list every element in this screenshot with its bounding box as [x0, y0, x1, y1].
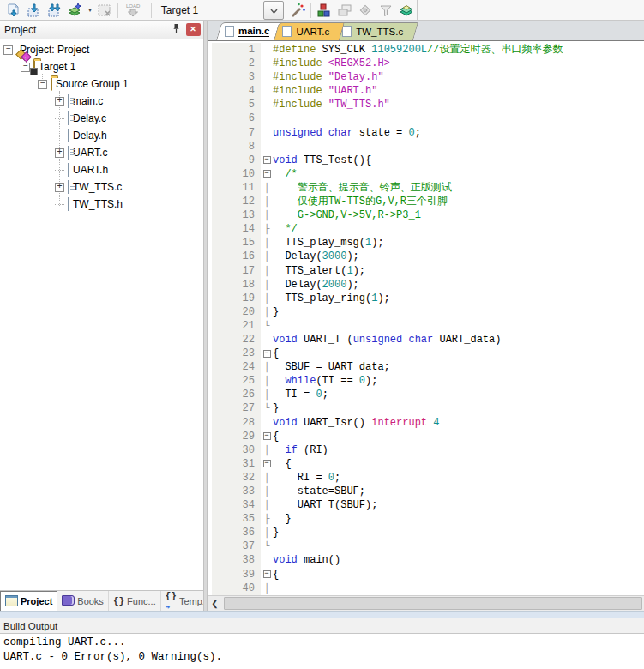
- line-number: 8: [212, 140, 261, 154]
- expand-icon[interactable]: +: [55, 97, 64, 106]
- document-icon: [225, 26, 234, 37]
- collapse-icon[interactable]: −: [21, 63, 30, 72]
- line-number: 12: [212, 195, 261, 208]
- scroll-left-button[interactable]: ❮: [208, 596, 222, 611]
- filter-button: [376, 1, 396, 20]
- tree-item-delay-h[interactable]: Delay.h: [0, 127, 203, 144]
- line-number: 10: [212, 167, 261, 181]
- line-number: 17: [212, 264, 261, 278]
- code-line-8: 8: [208, 140, 644, 154]
- code-text: */: [273, 222, 298, 236]
- document-icon: [282, 26, 292, 37]
- fold-collapse-icon[interactable]: −: [261, 154, 273, 167]
- fold-collapse-icon[interactable]: −: [261, 457, 273, 471]
- close-button[interactable]: ✕: [185, 23, 201, 37]
- expand-icon[interactable]: +: [55, 183, 64, 192]
- target-dropdown-button[interactable]: [263, 1, 284, 20]
- code-line-13: 13│ G->GND,V->5V,R->P3_1: [208, 208, 644, 222]
- code-editor[interactable]: 1#define SYS_CLK 11059200L//设置定时器、串口频率参数…: [208, 41, 644, 595]
- expand-icon[interactable]: +: [55, 148, 64, 158]
- code-line-40: 40│: [208, 582, 644, 595]
- code-text: {: [273, 568, 279, 582]
- code-line-22: 22void UART_T (unsigned char UART_data): [208, 333, 644, 347]
- fold-guide: [261, 553, 273, 567]
- horizontal-splitter[interactable]: [0, 611, 644, 618]
- options-for-target-button[interactable]: [287, 1, 308, 20]
- tree-item-source-group-1[interactable]: −Source Group 1: [0, 75, 203, 93]
- line-number: 1: [212, 43, 261, 57]
- fold-guide: │: [261, 498, 273, 512]
- line-number: 18: [212, 278, 261, 292]
- tree-item-label: Target 1: [39, 61, 75, 73]
- code-text: UART_T(SBUF);: [273, 498, 377, 512]
- tree-item-delay-c[interactable]: Delay.c: [0, 110, 203, 127]
- fold-guide: [261, 416, 273, 430]
- fold-collapse-icon[interactable]: −: [261, 568, 273, 582]
- pin-icon: [172, 23, 181, 36]
- editor-tab-main-c[interactable]: main.c: [216, 22, 280, 40]
- fold-guide: └: [261, 319, 273, 333]
- translate-button[interactable]: [3, 1, 24, 20]
- target-combobox[interactable]: Target 1: [154, 2, 264, 19]
- tree-item-tw-tts-h[interactable]: TW_TTS.h: [0, 196, 203, 213]
- line-number: 24: [212, 360, 261, 374]
- code-line-25: 25│ while(TI == 0);: [208, 374, 644, 388]
- code-line-17: 17│ TTS_alert(1);: [208, 264, 644, 278]
- fold-guide: ├: [261, 512, 273, 526]
- fold-guide: └: [261, 401, 273, 415]
- build-button[interactable]: [24, 1, 45, 20]
- collapse-icon[interactable]: −: [3, 45, 13, 55]
- build-output-header: Build Output: [0, 618, 644, 634]
- tree-item-main-c[interactable]: +main.c: [0, 93, 203, 110]
- pane-tab-bar: ProjectBooks{}Func...{}➜Temp...: [0, 590, 203, 611]
- code-text: }: [273, 512, 292, 526]
- code-text: void UART_T (unsigned char UART_data): [273, 333, 501, 347]
- tree-item-uart-h[interactable]: UART.h: [0, 161, 203, 178]
- fold-guide: │: [261, 374, 273, 388]
- tree-item-uart-c[interactable]: +UART.c: [0, 144, 203, 161]
- pane-tab-func[interactable]: {}Func...: [109, 591, 161, 611]
- fold-guide: [261, 84, 273, 98]
- batch-build-dropdown[interactable]: ▾: [86, 1, 94, 20]
- scrollbar-thumb[interactable]: [224, 597, 642, 610]
- line-number: 25: [212, 374, 261, 388]
- fold-guide: │: [261, 443, 273, 457]
- line-number: 32: [212, 471, 261, 485]
- batch-build-button[interactable]: [65, 1, 86, 20]
- fold-guide: │: [261, 181, 273, 195]
- chevron-left-icon: ❮: [211, 599, 218, 608]
- code-text: Delay(3000);: [273, 250, 359, 263]
- components-icon: [316, 2, 333, 19]
- fold-guide: [261, 57, 273, 70]
- fold-collapse-icon[interactable]: −: [261, 430, 273, 443]
- line-number: 38: [212, 553, 261, 567]
- line-number: 20: [212, 305, 261, 319]
- code-text: state=SBUF;: [273, 485, 365, 498]
- editor-tab-uart-c[interactable]: UART.c: [274, 22, 340, 40]
- manage-components-button[interactable]: [314, 1, 334, 20]
- rebuild-button[interactable]: [45, 1, 65, 20]
- pane-tab-project[interactable]: Project: [0, 591, 57, 611]
- code-line-2: 2#include <REGX52.H>: [208, 57, 644, 70]
- fold-collapse-icon[interactable]: −: [261, 167, 273, 181]
- pin-button[interactable]: [168, 23, 184, 37]
- pane-tab-books[interactable]: Books: [57, 591, 109, 611]
- tree-item-target-1[interactable]: −Target 1: [0, 58, 203, 75]
- code-line-23: 23−{: [208, 347, 644, 360]
- close-icon: ✕: [186, 23, 201, 36]
- pane-tab-label: Func...: [127, 596, 156, 606]
- line-number: 35: [212, 512, 261, 526]
- line-number: 29: [212, 430, 261, 443]
- fold-collapse-icon[interactable]: −: [261, 347, 273, 360]
- code-text: {: [273, 347, 279, 360]
- line-number: 14: [212, 222, 261, 236]
- file-c-icon: [68, 147, 69, 159]
- collapse-icon[interactable]: −: [38, 80, 47, 89]
- tree-item-project-project[interactable]: −Project: Project: [0, 41, 203, 58]
- code-text: void UART_Isr() interrupt 4: [273, 416, 439, 430]
- tree-item-tw-tts-c[interactable]: +TW_TTS.c: [0, 178, 203, 196]
- line-number: 19: [212, 292, 261, 305]
- editor-tab-tw-tts-c[interactable]: TW_TTS.c: [334, 22, 413, 40]
- pack-installer-button[interactable]: [396, 1, 417, 20]
- line-number: 30: [212, 443, 261, 457]
